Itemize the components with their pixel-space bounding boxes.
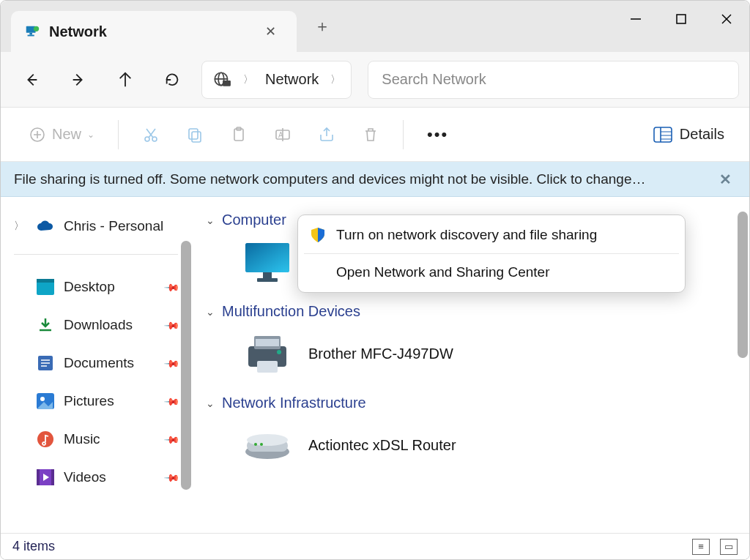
- svg-rect-22: [189, 129, 198, 139]
- download-icon: [36, 316, 55, 335]
- printer-icon: [241, 332, 294, 376]
- svg-rect-23: [192, 132, 201, 142]
- refresh-button[interactable]: [152, 61, 193, 99]
- sidebar-item-label: Documents: [64, 355, 134, 371]
- titlebar: Network ✕ ＋: [1, 1, 749, 52]
- svg-point-42: [40, 397, 45, 401]
- context-menu: Turn on network discovery and file shari…: [297, 214, 686, 293]
- copy-button: [176, 117, 214, 152]
- shield-icon: [310, 227, 326, 243]
- svg-rect-14: [223, 81, 231, 86]
- sidebar-item-documents[interactable]: Documents 📌: [10, 344, 182, 382]
- pin-icon[interactable]: 📌: [163, 278, 180, 295]
- router-icon: [241, 423, 294, 467]
- sidebar-item-onedrive[interactable]: 〉 Chris - Personal: [10, 207, 182, 245]
- navbar: 〉 Network 〉 Search Network: [1, 52, 749, 108]
- status-item-count: 4 items: [12, 539, 55, 554]
- window-controls: [613, 1, 749, 37]
- svg-point-55: [277, 350, 281, 354]
- group-label: Computer: [222, 212, 286, 228]
- pin-icon[interactable]: 📌: [163, 392, 180, 409]
- svg-rect-1: [29, 33, 32, 35]
- svg-point-58: [247, 434, 288, 446]
- new-button-label: New: [52, 126, 81, 143]
- share-button: [308, 117, 346, 152]
- back-button[interactable]: [11, 61, 52, 99]
- separator: [304, 253, 679, 254]
- sidebar-scrollbar[interactable]: [181, 241, 191, 490]
- sidebar-item-downloads[interactable]: Downloads 📌: [10, 306, 182, 344]
- svg-rect-5: [677, 15, 686, 23]
- pin-icon[interactable]: 📌: [163, 468, 180, 485]
- pin-icon[interactable]: 📌: [163, 354, 180, 371]
- address-bar[interactable]: 〉 Network 〉: [201, 61, 352, 99]
- pictures-icon: [36, 392, 55, 411]
- view-details-button[interactable]: Details: [646, 117, 732, 152]
- svg-point-60: [260, 443, 263, 446]
- infobar-close-button[interactable]: ✕: [715, 171, 736, 188]
- search-input[interactable]: Search Network: [368, 61, 739, 99]
- globe-icon: [212, 70, 231, 89]
- svg-text:A: A: [278, 131, 283, 139]
- chevron-down-icon: ⌄: [206, 306, 215, 318]
- separator: [14, 254, 178, 255]
- menu-item-label: Open Network and Sharing Center: [336, 264, 550, 280]
- sidebar-item-label: Desktop: [64, 279, 115, 295]
- tab-close-button[interactable]: ✕: [258, 19, 283, 44]
- svg-rect-48: [245, 243, 289, 272]
- svg-rect-46: [51, 469, 54, 485]
- monitor-icon: [241, 240, 294, 284]
- chevron-right-icon[interactable]: 〉: [14, 220, 27, 233]
- cloud-icon: [36, 217, 55, 236]
- chevron-down-icon: ⌄: [206, 397, 215, 409]
- up-button[interactable]: [105, 61, 146, 99]
- group-header-multifunction[interactable]: ⌄ Multifunction Devices: [206, 303, 735, 320]
- address-segment[interactable]: Network: [265, 71, 319, 88]
- new-tab-button[interactable]: ＋: [297, 6, 348, 47]
- view-label: Details: [680, 126, 724, 143]
- svg-point-3: [34, 26, 39, 31]
- desktop-icon: [36, 277, 55, 296]
- view-grid-icon[interactable]: ▭: [720, 539, 738, 555]
- sidebar-item-music[interactable]: Music 📌: [10, 420, 182, 458]
- delete-button: [352, 117, 390, 152]
- svg-rect-50: [257, 278, 278, 282]
- sidebar-item-pictures[interactable]: Pictures 📌: [10, 382, 182, 420]
- menu-item-turn-on-discovery[interactable]: Turn on network discovery and file shari…: [298, 218, 685, 252]
- menu-item-label: Turn on network discovery and file shari…: [336, 227, 597, 243]
- sidebar-item-label: Videos: [64, 469, 106, 485]
- toolbar: New ⌄ A ••• Details: [1, 108, 749, 162]
- group-label: Multifunction Devices: [222, 303, 360, 320]
- device-item-printer[interactable]: Brother MFC-J497DW: [206, 327, 735, 390]
- device-item-router[interactable]: Actiontec xDSL Router: [206, 419, 735, 482]
- new-button[interactable]: New ⌄: [18, 117, 105, 152]
- separator: [118, 120, 119, 149]
- chevron-right-icon[interactable]: 〉: [330, 73, 341, 86]
- main-scrollbar[interactable]: [738, 212, 748, 358]
- more-button[interactable]: •••: [417, 117, 458, 152]
- sidebar-item-videos[interactable]: Videos 📌: [10, 458, 182, 496]
- tab-title: Network: [49, 23, 249, 40]
- pin-icon[interactable]: 📌: [163, 316, 180, 333]
- separator: [403, 120, 404, 149]
- svg-rect-54: [257, 361, 278, 373]
- sidebar: 〉 Chris - Personal Desktop 📌 Downloads 📌…: [1, 197, 191, 522]
- svg-point-59: [254, 443, 257, 446]
- pin-icon[interactable]: 📌: [163, 430, 180, 447]
- infobar[interactable]: File sharing is turned off. Some network…: [1, 162, 749, 197]
- group-header-infrastructure[interactable]: ⌄ Network Infrastructure: [206, 395, 735, 411]
- infobar-message: File sharing is turned off. Some network…: [14, 171, 715, 187]
- sidebar-item-label: Downloads: [64, 317, 133, 333]
- minimize-button[interactable]: [613, 1, 658, 37]
- sidebar-item-desktop[interactable]: Desktop 📌: [10, 268, 182, 306]
- menu-item-open-sharing-center[interactable]: Open Network and Sharing Center: [298, 255, 685, 289]
- view-list-icon[interactable]: ≡: [692, 539, 710, 555]
- close-window-button[interactable]: [704, 1, 749, 37]
- device-label: Brother MFC-J497DW: [308, 346, 453, 362]
- svg-rect-2: [28, 35, 34, 37]
- tab-network[interactable]: Network ✕: [11, 11, 297, 52]
- svg-rect-29: [654, 127, 672, 142]
- svg-rect-35: [37, 279, 54, 283]
- forward-button[interactable]: [58, 61, 99, 99]
- maximize-button[interactable]: [658, 1, 704, 37]
